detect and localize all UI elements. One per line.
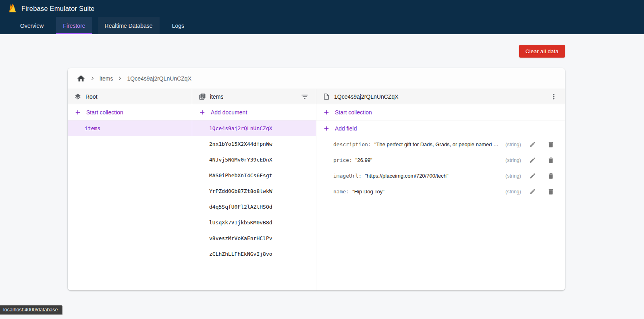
document-list-item[interactable]: d4q5SqfU0Fl2lAZtHSOd xyxy=(192,199,316,215)
document-list-item[interactable]: MAS0iPhebXnI4Cs6Fsgt xyxy=(192,168,316,183)
main-content: Clear all data items 1Qce4s9aj2rQLnUnCZq… xyxy=(0,45,644,290)
plus-icon xyxy=(323,125,330,132)
add-document-label: Add document xyxy=(211,109,247,116)
home-icon[interactable] xyxy=(77,74,85,83)
layers-icon xyxy=(74,93,81,100)
start-collection-button[interactable]: Start collection xyxy=(316,104,565,120)
field-key: imageUrl: xyxy=(333,173,361,179)
collection-panel-title: items xyxy=(210,93,223,100)
breadcrumb-collection[interactable]: items xyxy=(100,75,113,82)
plus-icon xyxy=(323,109,330,116)
document-list-item[interactable]: YrPZdd0Gb87Zt8o8lwkW xyxy=(192,183,316,199)
root-panel-header: Root xyxy=(68,89,192,104)
breadcrumb: items 1Qce4s9aj2rQLnUnCZqX xyxy=(68,68,565,89)
start-collection-label: Start collection xyxy=(335,109,372,116)
field-row: imageUrl: "https://placeimg.com/720/700/… xyxy=(316,168,565,184)
document-list-item[interactable]: 4NJvj5NGMv0rY39cEDnX xyxy=(192,152,316,168)
document-list-item[interactable]: 2nx1bYo15X2X44dfpnWw xyxy=(192,136,316,152)
root-panel: Root Start collection items xyxy=(68,89,192,290)
tab-realtime-database[interactable]: Realtime Database xyxy=(98,17,160,34)
filter-icon[interactable] xyxy=(300,92,310,102)
tab-logs[interactable]: Logs xyxy=(165,17,191,34)
field-value: "https://placeimg.com/720/700/tech" xyxy=(365,173,448,179)
clear-all-data-button[interactable]: Clear all data xyxy=(519,45,565,58)
field-key: description: xyxy=(333,141,371,147)
field-row: description: "The perfect gift for Dads,… xyxy=(316,137,565,152)
delete-field-button[interactable] xyxy=(546,171,556,181)
field-value: "Hip Dog Toy" xyxy=(352,188,384,195)
document-list-item[interactable]: zCLhZhLLFhEkNGvIj8vo xyxy=(192,246,316,262)
main-nav: Overview Firestore Realtime Database Log… xyxy=(0,17,644,34)
field-type: (string) xyxy=(501,173,521,179)
app-header: Firebase Emulator Suite xyxy=(0,0,644,17)
add-field-button[interactable]: Add field xyxy=(316,120,565,137)
field-value: "26.99" xyxy=(355,157,372,163)
toolbar: Clear all data xyxy=(68,45,565,58)
delete-field-button[interactable] xyxy=(546,139,556,150)
start-collection-label: Start collection xyxy=(86,109,123,116)
document-panel-title: 1Qce4s9aj2rQLnUnCZqX xyxy=(334,93,399,100)
field-type: (string) xyxy=(501,142,521,147)
edit-field-button[interactable] xyxy=(528,155,538,165)
document-icon xyxy=(323,93,330,100)
status-link-preview: localhost:4000/database xyxy=(0,305,62,315)
collection-icon xyxy=(199,93,206,100)
delete-field-button[interactable] xyxy=(546,186,556,197)
document-list-item[interactable]: v8veszMrVoKaEnrHClPv xyxy=(192,230,316,246)
tab-overview[interactable]: Overview xyxy=(13,17,50,34)
plus-icon xyxy=(74,109,81,116)
field-key: price: xyxy=(333,157,352,163)
add-document-button[interactable]: Add document xyxy=(192,104,316,120)
chevron-right-icon xyxy=(116,75,123,82)
panel-columns: Root Start collection items items xyxy=(68,89,565,290)
firestore-browser-card: items 1Qce4s9aj2rQLnUnCZqX Root xyxy=(68,68,565,290)
document-panel: 1Qce4s9aj2rQLnUnCZqX Start collection A xyxy=(316,89,565,290)
breadcrumb-document: 1Qce4s9aj2rQLnUnCZqX xyxy=(127,75,191,82)
document-panel-header: 1Qce4s9aj2rQLnUnCZqX xyxy=(316,89,565,104)
field-row: price: "26.99" (string) xyxy=(316,152,565,168)
field-type: (string) xyxy=(501,189,521,195)
firebase-logo-icon xyxy=(8,3,17,14)
tab-firestore[interactable]: Firestore xyxy=(56,17,92,34)
delete-field-button[interactable] xyxy=(546,155,556,166)
app-title: Firebase Emulator Suite xyxy=(21,5,95,12)
collection-panel: items Add document 1Qce4s9aj2rQLnUnCZqX … xyxy=(192,89,316,290)
root-panel-title: Root xyxy=(85,93,98,100)
edit-field-button[interactable] xyxy=(528,139,538,149)
document-list-item[interactable]: 1Qce4s9aj2rQLnUnCZqX xyxy=(192,120,316,136)
plus-icon xyxy=(199,109,206,116)
edit-field-button[interactable] xyxy=(528,186,538,197)
edit-field-button[interactable] xyxy=(528,171,538,181)
add-field-label: Add field xyxy=(335,125,357,132)
collection-panel-header: items xyxy=(192,89,316,104)
document-list-item[interactable]: lUsqXk7V1jkb5KM0vB8d xyxy=(192,215,316,230)
collection-list-item[interactable]: items xyxy=(68,120,192,136)
start-collection-button[interactable]: Start collection xyxy=(68,104,192,120)
field-key: name: xyxy=(333,188,349,195)
more-vert-icon[interactable] xyxy=(549,92,559,102)
field-type: (string) xyxy=(501,157,521,163)
chevron-right-icon xyxy=(89,75,96,82)
field-value: "The perfect gift for Dads, Grads, or pe… xyxy=(374,141,501,147)
field-row: name: "Hip Dog Toy" (string) xyxy=(316,184,565,199)
